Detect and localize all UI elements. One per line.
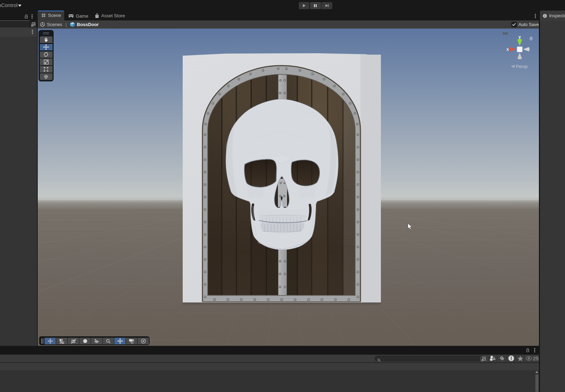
svg-text:x: x [506, 47, 509, 52]
svg-text:Persp: Persp [516, 64, 528, 69]
